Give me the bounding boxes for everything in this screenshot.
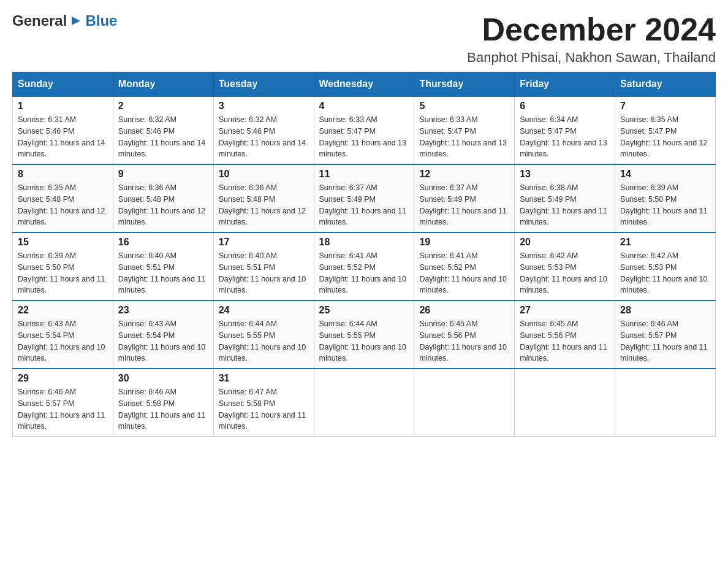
day-number: 15 xyxy=(18,237,108,248)
day-number: 14 xyxy=(620,169,710,180)
calendar-cell: 1 Sunrise: 6:31 AMSunset: 5:46 PMDayligh… xyxy=(13,96,113,164)
day-info: Sunrise: 6:34 AMSunset: 5:47 PMDaylight:… xyxy=(520,114,610,160)
day-info: Sunrise: 6:37 AMSunset: 5:49 PMDaylight:… xyxy=(319,182,409,228)
day-info: Sunrise: 6:42 AMSunset: 5:53 PMDaylight:… xyxy=(620,250,710,296)
calendar-table: SundayMondayTuesdayWednesdayThursdayFrid… xyxy=(12,72,716,437)
day-info: Sunrise: 6:46 AMSunset: 5:58 PMDaylight:… xyxy=(118,386,208,432)
day-info: Sunrise: 6:37 AMSunset: 5:49 PMDaylight:… xyxy=(419,182,509,228)
day-info: Sunrise: 6:35 AMSunset: 5:47 PMDaylight:… xyxy=(620,114,710,160)
day-number: 21 xyxy=(620,237,710,248)
day-number: 31 xyxy=(219,373,309,384)
day-number: 18 xyxy=(319,237,409,248)
day-number: 25 xyxy=(319,305,409,316)
column-header-tuesday: Tuesday xyxy=(213,72,314,97)
calendar-cell: 12 Sunrise: 6:37 AMSunset: 5:49 PMDaylig… xyxy=(414,164,515,232)
page-header: General Blue December 2024 Banphot Phisa… xyxy=(12,12,716,66)
calendar-cell: 3 Sunrise: 6:32 AMSunset: 5:46 PMDayligh… xyxy=(213,96,314,164)
day-number: 4 xyxy=(319,101,409,112)
calendar-cell: 28 Sunrise: 6:46 AMSunset: 5:57 PMDaylig… xyxy=(615,301,716,369)
calendar-cell: 9 Sunrise: 6:36 AMSunset: 5:48 PMDayligh… xyxy=(113,164,213,232)
day-info: Sunrise: 6:42 AMSunset: 5:53 PMDaylight:… xyxy=(520,250,610,296)
column-header-friday: Friday xyxy=(515,72,615,97)
calendar-cell: 16 Sunrise: 6:40 AMSunset: 5:51 PMDaylig… xyxy=(113,232,213,301)
calendar-cell xyxy=(314,369,414,437)
calendar-cell: 21 Sunrise: 6:42 AMSunset: 5:53 PMDaylig… xyxy=(615,232,716,301)
calendar-cell: 7 Sunrise: 6:35 AMSunset: 5:47 PMDayligh… xyxy=(615,96,716,164)
day-number: 27 xyxy=(520,305,610,316)
day-number: 6 xyxy=(520,101,610,112)
calendar-cell: 24 Sunrise: 6:44 AMSunset: 5:55 PMDaylig… xyxy=(213,301,314,369)
logo-general-text: General xyxy=(12,12,67,29)
calendar-cell: 23 Sunrise: 6:43 AMSunset: 5:54 PMDaylig… xyxy=(113,301,213,369)
day-number: 11 xyxy=(319,169,409,180)
calendar-week-row: 8 Sunrise: 6:35 AMSunset: 5:48 PMDayligh… xyxy=(13,164,716,232)
day-number: 7 xyxy=(620,101,710,112)
calendar-cell: 5 Sunrise: 6:33 AMSunset: 5:47 PMDayligh… xyxy=(414,96,515,164)
calendar-cell: 19 Sunrise: 6:41 AMSunset: 5:52 PMDaylig… xyxy=(414,232,515,301)
day-number: 13 xyxy=(520,169,610,180)
calendar-cell: 30 Sunrise: 6:46 AMSunset: 5:58 PMDaylig… xyxy=(113,369,213,437)
calendar-week-row: 1 Sunrise: 6:31 AMSunset: 5:46 PMDayligh… xyxy=(13,96,716,164)
day-info: Sunrise: 6:40 AMSunset: 5:51 PMDaylight:… xyxy=(219,250,309,296)
day-number: 28 xyxy=(620,305,710,316)
calendar-cell: 6 Sunrise: 6:34 AMSunset: 5:47 PMDayligh… xyxy=(515,96,615,164)
day-info: Sunrise: 6:43 AMSunset: 5:54 PMDaylight:… xyxy=(118,318,208,364)
day-info: Sunrise: 6:46 AMSunset: 5:57 PMDaylight:… xyxy=(620,318,710,364)
day-number: 22 xyxy=(18,305,108,316)
column-header-wednesday: Wednesday xyxy=(314,72,414,97)
day-info: Sunrise: 6:39 AMSunset: 5:50 PMDaylight:… xyxy=(620,182,710,228)
logo: General Blue xyxy=(12,12,117,29)
calendar-cell xyxy=(414,369,515,437)
calendar-cell: 27 Sunrise: 6:45 AMSunset: 5:56 PMDaylig… xyxy=(515,301,615,369)
day-info: Sunrise: 6:45 AMSunset: 5:56 PMDaylight:… xyxy=(520,318,610,364)
day-info: Sunrise: 6:31 AMSunset: 5:46 PMDaylight:… xyxy=(18,114,108,160)
day-number: 5 xyxy=(419,101,509,112)
day-info: Sunrise: 6:32 AMSunset: 5:46 PMDaylight:… xyxy=(118,114,208,160)
day-number: 20 xyxy=(520,237,610,248)
day-number: 16 xyxy=(118,237,208,248)
day-number: 23 xyxy=(118,305,208,316)
day-info: Sunrise: 6:44 AMSunset: 5:55 PMDaylight:… xyxy=(219,318,309,364)
day-number: 10 xyxy=(219,169,309,180)
day-number: 9 xyxy=(118,169,208,180)
calendar-cell: 31 Sunrise: 6:47 AMSunset: 5:58 PMDaylig… xyxy=(213,369,314,437)
day-info: Sunrise: 6:33 AMSunset: 5:47 PMDaylight:… xyxy=(419,114,509,160)
day-info: Sunrise: 6:36 AMSunset: 5:48 PMDaylight:… xyxy=(118,182,208,228)
day-info: Sunrise: 6:32 AMSunset: 5:46 PMDaylight:… xyxy=(219,114,309,160)
day-info: Sunrise: 6:38 AMSunset: 5:49 PMDaylight:… xyxy=(520,182,610,228)
calendar-cell: 20 Sunrise: 6:42 AMSunset: 5:53 PMDaylig… xyxy=(515,232,615,301)
day-info: Sunrise: 6:39 AMSunset: 5:50 PMDaylight:… xyxy=(18,250,108,296)
calendar-week-row: 29 Sunrise: 6:46 AMSunset: 5:57 PMDaylig… xyxy=(13,369,716,437)
calendar-week-row: 22 Sunrise: 6:43 AMSunset: 5:54 PMDaylig… xyxy=(13,301,716,369)
logo-triangle-icon xyxy=(69,14,83,28)
day-number: 3 xyxy=(219,101,309,112)
day-info: Sunrise: 6:46 AMSunset: 5:57 PMDaylight:… xyxy=(18,386,108,432)
calendar-cell: 2 Sunrise: 6:32 AMSunset: 5:46 PMDayligh… xyxy=(113,96,213,164)
day-number: 30 xyxy=(118,373,208,384)
day-info: Sunrise: 6:40 AMSunset: 5:51 PMDaylight:… xyxy=(118,250,208,296)
location-title: Banphot Phisai, Nakhon Sawan, Thailand xyxy=(467,50,716,66)
day-info: Sunrise: 6:33 AMSunset: 5:47 PMDaylight:… xyxy=(319,114,409,160)
calendar-cell: 26 Sunrise: 6:45 AMSunset: 5:56 PMDaylig… xyxy=(414,301,515,369)
day-number: 1 xyxy=(18,101,108,112)
calendar-cell: 25 Sunrise: 6:44 AMSunset: 5:55 PMDaylig… xyxy=(314,301,414,369)
day-info: Sunrise: 6:44 AMSunset: 5:55 PMDaylight:… xyxy=(319,318,409,364)
day-info: Sunrise: 6:43 AMSunset: 5:54 PMDaylight:… xyxy=(18,318,108,364)
day-info: Sunrise: 6:35 AMSunset: 5:48 PMDaylight:… xyxy=(18,182,108,228)
day-number: 29 xyxy=(18,373,108,384)
calendar-cell: 22 Sunrise: 6:43 AMSunset: 5:54 PMDaylig… xyxy=(13,301,113,369)
day-number: 26 xyxy=(419,305,509,316)
calendar-cell xyxy=(515,369,615,437)
calendar-header-row: SundayMondayTuesdayWednesdayThursdayFrid… xyxy=(13,72,716,97)
day-info: Sunrise: 6:41 AMSunset: 5:52 PMDaylight:… xyxy=(319,250,409,296)
calendar-cell: 14 Sunrise: 6:39 AMSunset: 5:50 PMDaylig… xyxy=(615,164,716,232)
day-number: 8 xyxy=(18,169,108,180)
title-block: December 2024 Banphot Phisai, Nakhon Saw… xyxy=(467,12,716,66)
column-header-saturday: Saturday xyxy=(615,72,716,97)
month-title: December 2024 xyxy=(467,12,716,47)
column-header-sunday: Sunday xyxy=(13,72,113,97)
svg-marker-0 xyxy=(72,17,80,25)
calendar-cell: 18 Sunrise: 6:41 AMSunset: 5:52 PMDaylig… xyxy=(314,232,414,301)
calendar-cell: 11 Sunrise: 6:37 AMSunset: 5:49 PMDaylig… xyxy=(314,164,414,232)
calendar-cell: 29 Sunrise: 6:46 AMSunset: 5:57 PMDaylig… xyxy=(13,369,113,437)
